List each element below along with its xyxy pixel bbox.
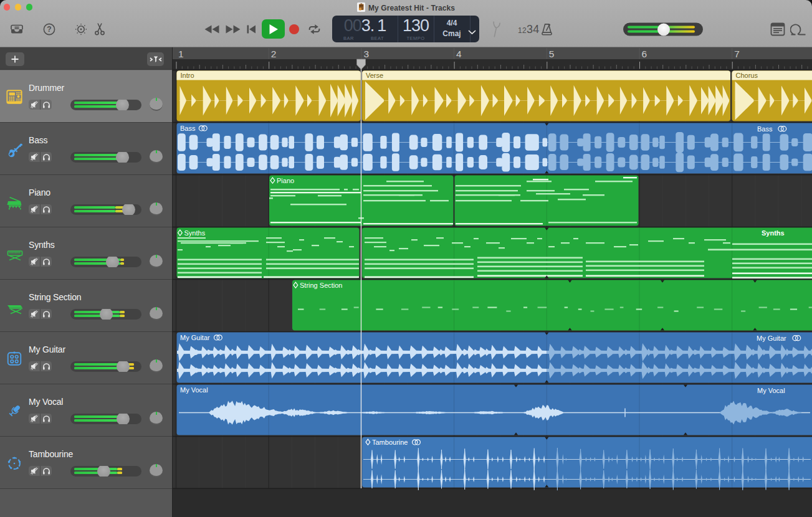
svg-text:Intro: Intro [181, 72, 194, 79]
svg-text:4: 4 [456, 49, 462, 59]
svg-text:Bass: Bass [180, 125, 196, 132]
svg-text:2: 2 [271, 49, 277, 59]
svg-text:Bass: Bass [757, 125, 773, 133]
svg-text:7: 7 [734, 49, 740, 59]
svg-text:Piano: Piano [277, 177, 294, 184]
svg-text:My Vocal: My Vocal [757, 387, 785, 394]
svg-text:My Guitar: My Guitar [757, 334, 786, 342]
svg-text:3: 3 [363, 49, 369, 59]
svg-text:Verse: Verse [366, 72, 383, 79]
svg-text:5: 5 [549, 49, 555, 59]
svg-text:?: ? [47, 25, 51, 34]
svg-text:Synths: Synths [184, 229, 206, 237]
svg-text:Synths: Synths [762, 229, 785, 237]
svg-text:1: 1 [178, 49, 184, 59]
svg-text:6: 6 [642, 49, 647, 59]
svg-text:Tambourine: Tambourine [372, 439, 408, 446]
svg-text:Chorus: Chorus [736, 72, 758, 79]
svg-text:My Vocal: My Vocal [180, 386, 208, 394]
svg-text:String Section: String Section [300, 282, 342, 289]
svg-text:My Guitar: My Guitar [180, 334, 210, 341]
